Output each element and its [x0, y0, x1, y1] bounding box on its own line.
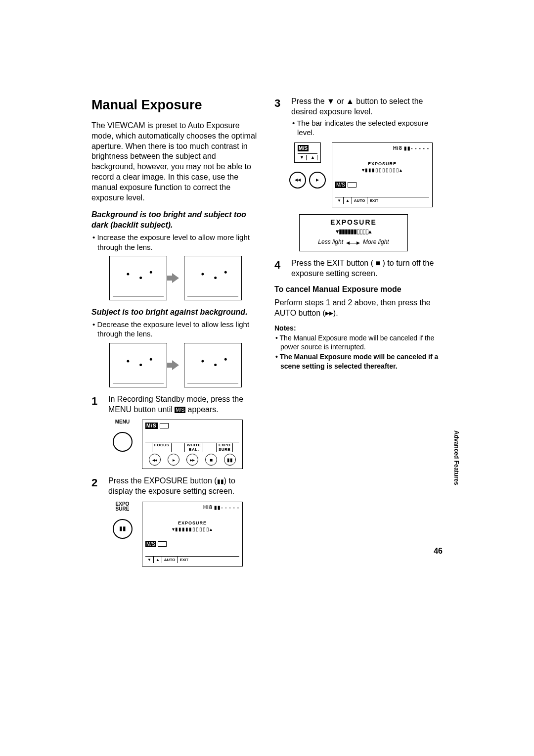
up-down-buttons: ◂◂ ▸: [289, 165, 326, 189]
case2-illustration: [91, 343, 260, 387]
rewind-icon: ◂◂: [149, 454, 161, 466]
step1-figure: MENU M/S FOCUS WHITE BAL. EXPO SURE ◂◂ ▸…: [109, 420, 260, 469]
exposure-detail-title: EXPOSURE: [302, 218, 405, 227]
arrow-right-icon: [172, 360, 179, 370]
bidirectional-arrow-icon: ◂—▸: [346, 238, 360, 247]
step-number: 4: [274, 258, 284, 279]
ms-badge-icon: M/S: [145, 423, 158, 429]
cancel-text: Perform steps 1 and 2 above, then press …: [274, 298, 443, 319]
up-tab: ▲: [344, 197, 352, 203]
focus-tab: FOCUS: [152, 443, 172, 452]
ms-badge-icon: M/S: [298, 145, 309, 151]
exit-tab: EXIT: [178, 557, 190, 563]
step-4-text: Press the EXIT button ( ■ ) to turn off …: [291, 258, 443, 279]
party-bright-illustration: [109, 343, 167, 387]
less-light-label: Less light: [318, 238, 343, 246]
case1-heading: Background is too bright and subject too…: [91, 210, 260, 231]
pause-glyph-icon: ▮▮: [217, 478, 224, 485]
exposure-tab: EXPO SURE: [216, 443, 233, 452]
intro-text: The VIEWCAM is preset to Auto Exposure m…: [91, 121, 260, 203]
exposure-bar: ▾▮▮▮▮▮▯▯▯▯▯▴: [145, 526, 239, 532]
exposure-title: EXPOSURE: [145, 520, 239, 526]
menu-button-illustration: MENU: [109, 420, 136, 459]
exposure-screen-step3: Hi8 ▮▮- - - - - EXPOSURE ▾▮▮▮▯▯▯▯▯▯▯▴ M/…: [332, 142, 433, 207]
case1-tip: Increase the exposure level to allow mor…: [91, 233, 260, 252]
step-1: 1 In Recording Standby mode, press the M…: [91, 394, 260, 415]
auto-tab: AUTO: [162, 557, 178, 563]
exposure-title: EXPOSURE: [335, 161, 429, 167]
cancel-heading: To cancel Manual Exposure mode: [274, 284, 443, 295]
play-icon: ▸: [168, 454, 179, 466]
note-2: The Manual Exposure mode will be cancele…: [274, 352, 443, 370]
ms-badge-icon: M/S: [145, 541, 156, 547]
skier-dark-illustration: [109, 256, 167, 300]
tape-indicator: Hi8 ▮▮- - - - -: [203, 504, 239, 511]
exit-tab: EXIT: [367, 197, 380, 203]
skier-light-illustration: [184, 256, 242, 300]
section-tab: Advanced Features: [453, 430, 460, 485]
ffwd-icon: ▸▸: [186, 454, 198, 466]
step-2: 2 Press the EXPOSURE button (▮▮) to disp…: [91, 476, 260, 497]
up-tab: ▲: [154, 557, 162, 563]
ms-badge-icon: M/S: [175, 407, 185, 413]
step-number: 3: [274, 96, 284, 138]
more-light-label: More light: [363, 238, 389, 246]
right-column: 3 Press the ▼ or ▲ button to select the …: [274, 96, 443, 573]
exposure-bar: ▾▮▮▮▯▯▯▯▯▯▯▴: [335, 167, 429, 173]
step-3: 3 Press the ▼ or ▲ button to select the …: [274, 96, 443, 138]
case1-illustration: [91, 256, 260, 300]
party-dark-illustration: [184, 343, 242, 387]
tape-indicator: Hi8 ▮▮- - - - -: [393, 145, 429, 151]
exposure-screen: Hi8 ▮▮- - - - - EXPOSURE ▾▮▮▮▮▮▯▯▯▯▯▴ M/…: [142, 502, 243, 567]
notes-heading: Notes:: [274, 324, 443, 332]
play-icon: ▸: [309, 172, 326, 189]
exposure-button-illustration: EXPO SURE ▮▮: [109, 502, 136, 541]
pause-icon: ▮▮: [224, 454, 236, 466]
step-2-text: Press the EXPOSURE button (▮▮) to displa…: [108, 476, 260, 497]
step3-figure: M/S ▼ ▲ ◂◂ ▸ Hi8 ▮▮- - - - -: [289, 142, 443, 207]
step-3-text: Press the ▼ or ▲ button to select the de…: [291, 96, 443, 117]
left-column: Manual Exposure The VIEWCAM is preset to…: [91, 96, 260, 573]
case2-tip: Decrease the exposure level to allow les…: [91, 320, 260, 339]
page-title: Manual Exposure: [91, 96, 260, 114]
arrow-right-icon: [172, 273, 179, 283]
rewind-icon: ◂◂: [289, 172, 306, 189]
case2-heading: Subject is too bright against background…: [91, 307, 260, 318]
down-tab: ▼: [145, 557, 154, 563]
menu-screen: M/S FOCUS WHITE BAL. EXPO SURE ◂◂ ▸ ▸▸ ■…: [142, 420, 243, 469]
exposure-detail-box: EXPOSURE ▾▮▮▮▮▮▮▯▯▯▯▴ Less light ◂—▸ Mor…: [299, 214, 408, 251]
auto-tab: AUTO: [352, 197, 368, 203]
exposure-detail-bar: ▾▮▮▮▮▮▮▯▯▯▯▴: [302, 228, 405, 236]
step-3-sub: The bar indicates the selected exposure …: [291, 118, 443, 138]
step2-figure: EXPO SURE ▮▮ Hi8 ▮▮- - - - - EXPOSURE ▾▮…: [109, 502, 260, 567]
note-1: The Manual Exposure mode will be cancele…: [274, 333, 443, 351]
step-number: 2: [91, 476, 101, 497]
exposure-button-icon: ▮▮: [113, 519, 133, 539]
ms-badge-icon: M/S: [335, 182, 346, 188]
step-4: 4 Press the EXIT button ( ■ ) to turn of…: [274, 258, 443, 279]
step-1-text: In Recording Standby mode, press the MEN…: [108, 394, 260, 415]
menu-button-icon: [113, 432, 133, 452]
page-number: 46: [434, 547, 443, 556]
down-tab: ▼: [335, 197, 344, 203]
whitebal-tab: WHITE BAL.: [184, 443, 203, 452]
stop-icon: ■: [205, 454, 217, 466]
step-number: 1: [91, 394, 101, 415]
